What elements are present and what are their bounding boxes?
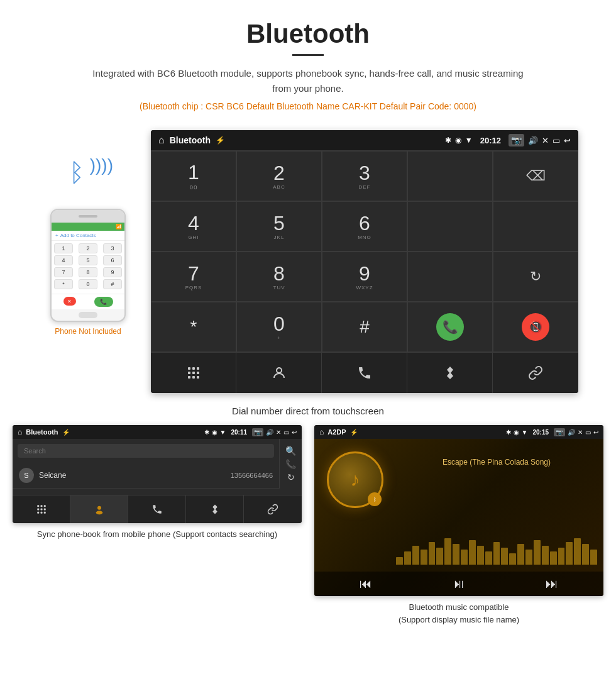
bluetooth-tab[interactable] <box>407 353 493 393</box>
phonebook-home-icon[interactable]: ⌂ <box>18 428 22 436</box>
eq-bar <box>590 550 597 565</box>
dial-empty-1 <box>407 201 493 252</box>
svg-rect-4 <box>192 372 195 374</box>
pb-refresh-side-icon[interactable]: ↻ <box>287 472 295 482</box>
dial-key-8[interactable]: 8 TUV <box>236 252 322 302</box>
phone-device: 📶 +Add to Contacts 1 2 3 4 5 6 7 8 <box>50 209 126 322</box>
eq-bar <box>412 546 419 565</box>
pb-close-icon[interactable]: ✕ <box>276 429 281 436</box>
contact-name: Seicane <box>39 471 231 480</box>
pb-dialpad-btn[interactable] <box>13 495 70 523</box>
phone-key-8: 8 <box>79 267 97 277</box>
pb-vol-icon[interactable]: 🔊 <box>266 429 273 436</box>
dial-end-button[interactable]: 📵 <box>493 302 578 352</box>
phonebook-search-bar[interactable]: Search <box>18 444 274 458</box>
dial-key-4[interactable]: 4 GHI <box>151 201 236 252</box>
close-icon[interactable]: ✕ <box>542 136 549 145</box>
phone-key-4: 4 <box>54 255 73 265</box>
title-divider <box>292 54 324 56</box>
pb-back-icon[interactable]: ↩ <box>292 429 297 436</box>
play-pause-button[interactable]: ⏯ <box>453 577 465 591</box>
phonebook-caption-text: Sync phone-book from mobile phone (Suppo… <box>37 529 277 539</box>
music-caption: Bluetooth music compatible(Support displ… <box>399 596 519 628</box>
music-note-icon: ♪ <box>351 469 360 490</box>
phone-top-bar <box>52 210 124 223</box>
green-call-icon[interactable]: 📞 <box>436 313 464 341</box>
calls-tab[interactable] <box>322 353 407 393</box>
mu-window-icon[interactable]: ▭ <box>585 429 591 436</box>
volume-icon[interactable]: 🔊 <box>528 136 538 145</box>
phone-dialpad: 1 2 3 4 5 6 7 8 9 * 0 # <box>52 241 124 294</box>
camera-icon[interactable]: 📷 <box>509 134 524 147</box>
svg-rect-0 <box>188 367 190 370</box>
dialpad-tab[interactable] <box>151 353 236 393</box>
pb-bt-btn[interactable] <box>186 495 244 523</box>
next-track-button[interactable]: ⏭ <box>546 577 558 591</box>
phone-status-bar: 📶 <box>52 223 124 231</box>
dial-key-hash[interactable]: # <box>322 302 407 352</box>
mu-bt-icon: ✱ <box>506 429 511 436</box>
mu-vol-icon[interactable]: 🔊 <box>568 429 575 436</box>
eq-bar <box>509 553 516 565</box>
dial-key-1[interactable]: 1 oo <box>151 151 236 201</box>
car-bottom-toolbar <box>151 352 578 393</box>
dial-refresh[interactable]: ↻ <box>493 252 578 302</box>
usb-icon: ⚡ <box>216 136 225 145</box>
main-screenshot-area: ᛒ )))) 📶 +Add to Contacts 1 2 3 4 5 6 <box>0 124 616 399</box>
phonebook-usb-icon: ⚡ <box>62 429 70 436</box>
music-shot-wrapper: ⌂ A2DP ⚡ ✱ ◉ ▼ 20:15 📷 🔊 ✕ ▭ ↩ <box>314 425 603 628</box>
pb-window-icon[interactable]: ▭ <box>283 429 289 436</box>
pb-camera-icon[interactable]: 📷 <box>252 428 263 436</box>
dial-backspace[interactable]: ⌫ <box>493 151 578 201</box>
link-tab[interactable] <box>493 353 578 393</box>
red-end-icon[interactable]: 📵 <box>522 313 549 341</box>
status-left: ⌂ Bluetooth ⚡ <box>158 135 225 146</box>
page-header: Bluetooth Integrated with BC6 Bluetooth … <box>0 0 616 124</box>
pb-link-btn[interactable] <box>244 495 302 523</box>
car-status-bar: ⌂ Bluetooth ⚡ ✱ ◉ ▼ 20:12 📷 🔊 ✕ ▭ ↩ <box>151 130 578 150</box>
dial-key-7[interactable]: 7 PQRS <box>151 252 236 302</box>
music-screen-title: A2DP <box>327 428 346 436</box>
svg-rect-3 <box>188 372 190 374</box>
contacts-tab[interactable] <box>236 353 322 393</box>
mu-wifi-icon: ▼ <box>522 429 528 436</box>
mu-back-icon[interactable]: ↩ <box>593 429 598 436</box>
phone-speaker <box>79 215 97 218</box>
signal-waves-icon: )))) <box>90 155 113 175</box>
dial-key-6[interactable]: 6 MNO <box>322 201 407 252</box>
dial-call-button[interactable]: 📞 <box>407 302 493 352</box>
phone-bottom-row: ✕ 📞 <box>52 294 124 309</box>
back-icon[interactable]: ↩ <box>564 136 571 145</box>
window-icon[interactable]: ▭ <box>553 136 560 145</box>
dial-key-3[interactable]: 3 DEF <box>322 151 407 201</box>
pb-search-side-icon[interactable]: 🔍 <box>285 446 296 456</box>
contact-avatar: S <box>19 468 34 483</box>
mu-camera-icon[interactable]: 📷 <box>554 428 565 436</box>
dial-key-0[interactable]: 0 + <box>236 302 322 352</box>
contact-row[interactable]: S Seicane 13566664466 <box>13 463 279 489</box>
dial-key-2[interactable]: 2 ABC <box>236 151 322 201</box>
pb-contacts-btn[interactable] <box>70 495 128 523</box>
eq-bar <box>574 538 581 565</box>
dial-empty-2 <box>493 201 578 252</box>
music-controls-bar: ⏮ ⏯ ⏭ <box>314 572 603 596</box>
dial-key-5[interactable]: 5 JKL <box>236 201 322 252</box>
mu-close-icon[interactable]: ✕ <box>578 429 583 436</box>
contact-number: 13566664466 <box>231 472 273 479</box>
eq-bar <box>396 557 403 565</box>
page-description: Integrated with BC6 Bluetooth module, su… <box>88 66 528 96</box>
dial-key-9[interactable]: 9 WXYZ <box>322 252 407 302</box>
pb-call-side-icon[interactable]: 📞 <box>285 459 296 469</box>
pb-calls-btn[interactable] <box>128 495 186 523</box>
bluetooth-status-icon: ✱ <box>445 136 451 145</box>
svg-rect-11 <box>40 505 42 507</box>
eq-bar <box>485 551 492 565</box>
home-icon[interactable]: ⌂ <box>158 135 165 146</box>
music-home-icon[interactable]: ⌂ <box>319 428 324 436</box>
dial-key-star[interactable]: * <box>151 302 236 352</box>
prev-track-button[interactable]: ⏮ <box>360 577 372 591</box>
pb-time: 20:11 <box>231 429 247 436</box>
eq-bar <box>477 546 484 565</box>
music-status-left: ⌂ A2DP ⚡ <box>319 428 358 436</box>
page-title: Bluetooth <box>13 19 603 49</box>
